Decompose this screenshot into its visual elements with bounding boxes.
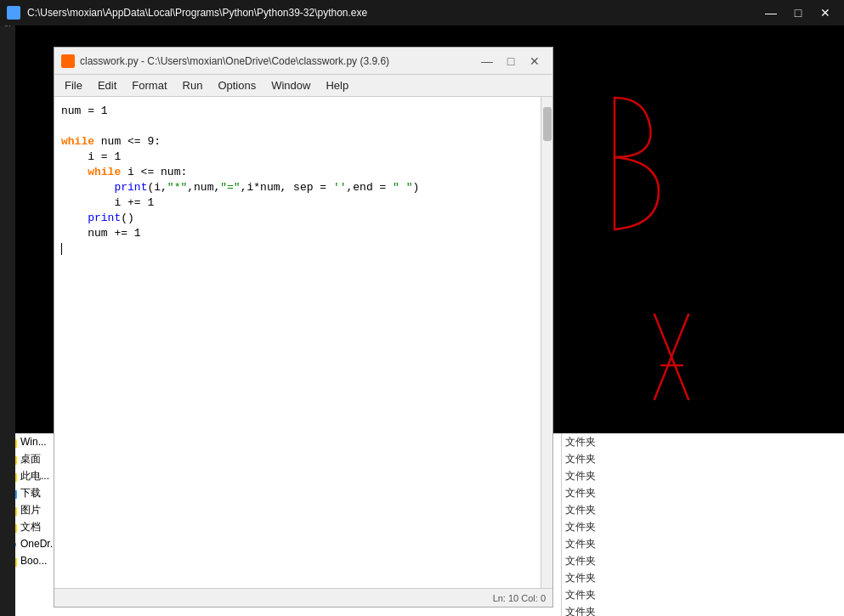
menu-window[interactable]: Window <box>264 77 317 93</box>
code-area[interactable]: num = 1 while num <= 9: i = 1 while i <=… <box>54 97 541 588</box>
right-file-item-4[interactable]: 文件夹 <box>562 484 844 501</box>
code-line-7: i += 1 <box>61 195 534 211</box>
status-text: Ln: 10 Col: 0 <box>493 593 546 603</box>
menu-options[interactable]: Options <box>211 77 263 93</box>
code-line-6: print(i,"*",num,"=",i*num, sep = '',end … <box>61 180 534 195</box>
idle-titlebar: classwork.py - C:\Users\moxian\OneDrive\… <box>54 48 552 75</box>
idle-window: classwork.py - C:\Users\moxian\OneDrive\… <box>54 47 553 608</box>
idle-title-controls: — □ ✕ <box>476 52 546 71</box>
right-file-list: 文件夹 文件夹 文件夹 文件夹 文件夹 文件夹 文件夹 文件夹 文件夹 文件夹 … <box>561 433 844 616</box>
menu-edit[interactable]: Edit <box>91 77 123 93</box>
taskbar-close-button[interactable]: ✕ <box>813 4 837 21</box>
code-line-4: i = 1 <box>61 150 534 165</box>
right-file-item-5[interactable]: 文件夹 <box>562 501 844 518</box>
right-file-item-10[interactable]: 文件夹 <box>562 586 844 603</box>
code-line-3: while num <= 9: <box>61 134 534 150</box>
right-file-item-7[interactable]: 文件夹 <box>562 535 844 552</box>
right-file-item-1[interactable]: 文件夹 <box>562 433 844 450</box>
right-file-item-11[interactable]: 文件夹 <box>562 603 844 616</box>
file-name-download: 下载 <box>20 486 41 500</box>
sidebar-label: 设 <box>0 30 14 37</box>
idle-maximize-button[interactable]: □ <box>500 52 522 71</box>
file-name-pictures: 图片 <box>20 503 41 517</box>
cursor <box>61 243 62 255</box>
idle-title-left: classwork.py - C:\Users\moxian\OneDrive\… <box>61 54 389 68</box>
right-file-item-3[interactable]: 文件夹 <box>562 467 844 484</box>
idle-title: classwork.py - C:\Users\moxian\OneDrive\… <box>80 55 389 67</box>
taskbar: C:\Users\moxian\AppData\Local\Programs\P… <box>0 0 844 25</box>
python-icon <box>7 6 20 20</box>
right-file-item-2[interactable]: 文件夹 <box>562 450 844 467</box>
letter-a-drawing <box>654 314 688 399</box>
taskbar-controls: — □ ✕ <box>759 4 837 21</box>
file-name-desktop: 桌面 <box>20 452 41 466</box>
taskbar-minimize-button[interactable]: — <box>759 4 783 21</box>
menu-format[interactable]: Format <box>125 77 173 93</box>
menu-run[interactable]: Run <box>176 77 210 93</box>
code-line-10 <box>61 241 534 257</box>
right-file-item-9[interactable]: 文件夹 <box>562 569 844 586</box>
svg-point-0 <box>9 8 18 17</box>
idle-minimize-button[interactable]: — <box>476 52 498 71</box>
right-file-item-8[interactable]: 文件夹 <box>562 552 844 569</box>
right-file-item-6[interactable]: 文件夹 <box>562 518 844 535</box>
code-line-8: print() <box>61 211 534 226</box>
code-line-5: while i <= num: <box>61 165 534 180</box>
scrollbar-thumb[interactable] <box>543 107 552 141</box>
idle-editor[interactable]: num = 1 while num <= 9: i = 1 while i <=… <box>54 97 552 588</box>
menu-file[interactable]: File <box>58 77 89 93</box>
file-name-docs: 文档 <box>20 520 41 534</box>
file-name-onedrive: OneDr... <box>20 538 59 550</box>
letter-b-drawing <box>615 98 659 229</box>
file-name-boo: Boo... <box>20 555 47 567</box>
idle-icon <box>61 54 75 68</box>
code-line-1: num = 1 <box>61 104 534 119</box>
idle-scrollbar[interactable] <box>541 97 552 588</box>
code-line-2 <box>61 119 534 134</box>
menu-help[interactable]: Help <box>319 77 355 93</box>
idle-statusbar: Ln: 10 Col: 0 <box>54 588 552 607</box>
left-sidebar: 设 <box>0 25 15 616</box>
taskbar-maximize-button[interactable]: □ <box>786 4 810 21</box>
idle-close-button[interactable]: ✕ <box>524 52 546 71</box>
file-name-computer: 此电... <box>20 469 49 483</box>
taskbar-title: C:\Users\moxian\AppData\Local\Programs\P… <box>27 7 759 19</box>
code-line-9: num += 1 <box>61 226 534 241</box>
idle-menubar: File Edit Format Run Options Window Help <box>54 75 552 97</box>
file-name-win: Win... <box>20 436 47 448</box>
